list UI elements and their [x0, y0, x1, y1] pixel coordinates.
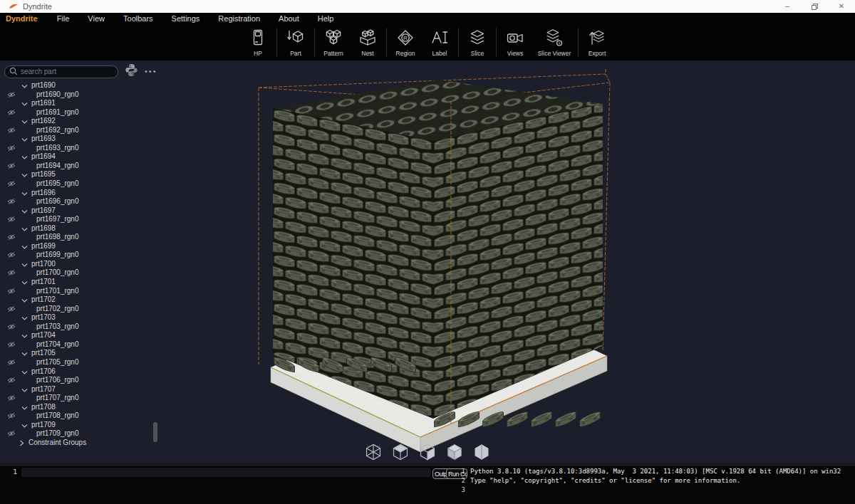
- tree-item-region[interactable]: prt1707_rgn0: [0, 394, 165, 403]
- tree-item-label: prt1694_rgn0: [36, 162, 79, 169]
- tree-item-label: prt1706: [31, 367, 56, 375]
- view-mode-shaded-cube-icon[interactable]: [445, 443, 464, 461]
- tree-item-region[interactable]: prt1692_rgn0: [0, 126, 165, 135]
- menu-settings[interactable]: Settings: [162, 14, 209, 23]
- menu-help[interactable]: Help: [309, 14, 343, 23]
- tree-item-part[interactable]: prt1702: [0, 295, 165, 305]
- tree-item-part[interactable]: prt1699: [0, 242, 165, 251]
- tree-item-label: prt1694: [31, 152, 56, 160]
- toolbar-separator: [496, 28, 497, 57]
- tree-item-part[interactable]: prt1696: [0, 189, 165, 198]
- close-button[interactable]: ✕: [828, 0, 855, 13]
- svg-text:R: R: [403, 35, 408, 41]
- menu-file[interactable]: File: [48, 14, 79, 23]
- slice-button[interactable]: Slice: [460, 24, 494, 61]
- tree-item-part[interactable]: prt1709: [0, 421, 165, 430]
- code-editor-line[interactable]: [21, 468, 430, 477]
- tree-item-part[interactable]: prt1700: [0, 260, 165, 269]
- tree-item-region[interactable]: prt1705_rgn0: [0, 358, 165, 367]
- viewport-3d[interactable]: ••• prt1690prt1690_rgn0prt1691prt1691_rg…: [0, 61, 855, 463]
- tree-item-region[interactable]: prt1709_rgn0: [0, 429, 165, 439]
- tree-item-region[interactable]: prt1700_rgn0: [0, 268, 165, 278]
- export-icon: [588, 28, 606, 49]
- part-button[interactable]: Part: [279, 24, 313, 61]
- tree-item-part[interactable]: prt1703: [0, 313, 165, 322]
- part-sidebar: ••• prt1690prt1690_rgn0prt1691prt1691_rg…: [0, 61, 165, 447]
- tree-item-region[interactable]: prt1694_rgn0: [0, 162, 165, 171]
- tree-item-label: prt1705_rgn0: [36, 358, 79, 366]
- tree-item-label: prt1702: [31, 295, 56, 303]
- sidebar-scrollbar-thumb[interactable]: [153, 422, 157, 442]
- tree-item-label: prt1690: [31, 81, 56, 89]
- slice-viewer-button[interactable]: Slice Viewer: [532, 24, 576, 61]
- tree-item-label: prt1698: [31, 224, 56, 232]
- menu-registration[interactable]: Registration: [209, 14, 269, 23]
- tree-item-label: prt1701_rgn0: [36, 287, 79, 295]
- toolbar-separator: [386, 28, 387, 57]
- label-ai-icon: [430, 28, 449, 49]
- tree-item-region[interactable]: prt1706_rgn0: [0, 376, 165, 385]
- menu-toolbars[interactable]: Toolbars: [114, 14, 162, 23]
- tree-item-part[interactable]: prt1698: [0, 224, 165, 233]
- views-button[interactable]: Views: [498, 24, 532, 61]
- tree-item-part[interactable]: prt1692: [0, 117, 165, 126]
- tree-item-part[interactable]: prt1691: [0, 99, 165, 108]
- export-button[interactable]: Export: [580, 24, 614, 61]
- tree-item-region[interactable]: prt1697_rgn0: [0, 215, 165, 224]
- tree-item-part[interactable]: prt1695: [0, 170, 165, 179]
- view-mode-right-shaded-cube-icon[interactable]: [418, 443, 437, 461]
- tree-item-region[interactable]: prt1699_rgn0: [0, 251, 165, 260]
- tree-item-part[interactable]: prt1697: [0, 206, 165, 216]
- tree-item-label: prt1692_rgn0: [36, 126, 79, 134]
- tree-item-region[interactable]: prt1690_rgn0: [0, 90, 165, 100]
- minimize-button[interactable]: –: [774, 0, 801, 13]
- console-splitter[interactable]: [0, 463, 855, 466]
- console-line-number: 1: [456, 467, 465, 476]
- tree-item-region[interactable]: prt1698_rgn0: [0, 233, 165, 242]
- view-mode-wireframe-cube-icon[interactable]: [364, 443, 383, 461]
- region-diamond-icon: R: [396, 28, 415, 49]
- tree-item-label: prt1698_rgn0: [36, 233, 79, 241]
- tree-item-region[interactable]: prt1702_rgn0: [0, 305, 165, 314]
- view-mode-flat-cube-icon[interactable]: [472, 443, 491, 461]
- tree-item-region[interactable]: prt1701_rgn0: [0, 287, 165, 296]
- tree-item-label: prt1700_rgn0: [36, 268, 79, 276]
- menu-view[interactable]: View: [78, 14, 114, 23]
- tree-item-part[interactable]: prt1690: [0, 81, 165, 90]
- window-title: Dyndrite: [23, 2, 52, 11]
- menu-about[interactable]: About: [269, 14, 309, 23]
- tree-item-part[interactable]: prt1693: [0, 135, 165, 144]
- tree-item-part[interactable]: prt1701: [0, 278, 165, 287]
- menu-dyndrite[interactable]: Dyndrite: [0, 14, 48, 23]
- tree-item-part[interactable]: prt1707: [0, 385, 165, 394]
- tree-item-region[interactable]: prt1696_rgn0: [0, 197, 165, 206]
- nest-button[interactable]: Nest: [351, 24, 385, 61]
- tree-item-region[interactable]: prt1703_rgn0: [0, 322, 165, 332]
- hp-button[interactable]: HP: [241, 24, 275, 61]
- pattern-button[interactable]: Pattern: [316, 24, 351, 61]
- tree-item-region[interactable]: prt1708_rgn0: [0, 411, 165, 421]
- tree-item-part[interactable]: prt1694: [0, 152, 165, 162]
- tree-item-label: prt1695_rgn0: [36, 179, 79, 187]
- hp-printer-icon: [249, 28, 267, 49]
- tree-item-part[interactable]: prt1706: [0, 367, 165, 377]
- tree-item-label: prt1709: [31, 421, 56, 429]
- tree-item-part[interactable]: prt1704: [0, 331, 165, 340]
- python-console-icon[interactable]: [125, 63, 138, 80]
- tree-item-label: prt1696: [31, 189, 56, 196]
- tree-item-part[interactable]: prt1708: [0, 403, 165, 412]
- tree-item-region[interactable]: prt1695_rgn0: [0, 179, 165, 189]
- editor-line-number: 1: [0, 468, 17, 476]
- more-options-icon[interactable]: •••: [145, 67, 157, 75]
- search-part-input[interactable]: [4, 65, 118, 78]
- region-button[interactable]: R Region: [388, 24, 423, 61]
- tree-item-region[interactable]: prt1704_rgn0: [0, 340, 165, 350]
- tree-item-region[interactable]: prt1691_rgn0: [0, 108, 165, 117]
- view-mode-top-shaded-cube-icon[interactable]: [391, 443, 410, 461]
- tree-item-region[interactable]: prt1693_rgn0: [0, 144, 165, 153]
- restore-button[interactable]: [801, 0, 828, 13]
- label-ai-icon-button[interactable]: Label: [423, 24, 457, 61]
- console-output-line: 1Python 3.8.10 (tags/v3.8.10:3d8993a, Ma…: [456, 467, 841, 476]
- view-mode-bar: [0, 443, 855, 461]
- tree-item-part[interactable]: prt1705: [0, 349, 165, 358]
